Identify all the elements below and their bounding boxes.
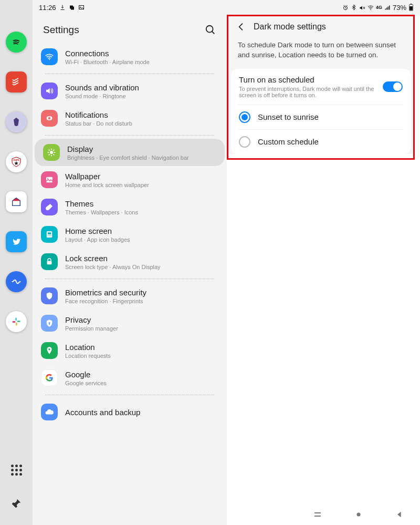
pin-icon[interactable] [10, 498, 22, 509]
settings-item-google[interactable]: Google Google services [33, 364, 227, 392]
annotation-box: Dark mode settings To schedule Dark mode… [227, 15, 415, 160]
lock-icon [41, 253, 58, 270]
spotify-icon [10, 36, 22, 48]
sun-icon [43, 144, 60, 161]
item-sub: Location requests [65, 353, 111, 359]
privacy-icon [41, 315, 58, 332]
settings-item-connections[interactable]: Connections Wi-Fi · Bluetooth · Airplane… [33, 43, 227, 70]
settings-item-accounts[interactable]: Accounts and backup [33, 398, 227, 426]
home-button[interactable] [354, 510, 363, 519]
item-title: Lock screen [65, 254, 161, 263]
item-title: Location [65, 343, 111, 352]
battery-icon [408, 4, 414, 11]
divider [45, 395, 214, 395]
battery-pct: 73% [393, 4, 406, 12]
settings-item-lockscreen[interactable]: Lock screen Screen lock type · Always On… [33, 248, 227, 275]
wave-icon [11, 276, 22, 287]
shield-star-icon: ESPN [10, 156, 23, 168]
detail-note: To schedule Dark mode to turn on between… [228, 37, 413, 69]
item-title: Notifications [65, 110, 132, 119]
edge-app-twitter[interactable] [6, 231, 27, 252]
search-icon[interactable] [205, 24, 216, 36]
svg-rect-7 [71, 7, 74, 10]
item-sub: Permission manager [65, 325, 118, 332]
sound-icon [41, 83, 58, 99]
alarm-icon [342, 4, 349, 11]
svg-point-26 [50, 235, 51, 236]
option-sunset[interactable]: Sunset to sunrise [230, 105, 411, 129]
scheduled-toggle[interactable] [383, 81, 403, 92]
edge-app-rewind[interactable] [6, 271, 27, 292]
apps-grid-icon[interactable] [9, 463, 23, 477]
option-custom[interactable]: Custom schedule [230, 130, 411, 154]
detail-title: Dark mode settings [254, 22, 326, 32]
item-sub: Screen lock type · Always On Display [65, 264, 161, 270]
settings-item-biometrics[interactable]: Biometrics and security Face recognition… [33, 282, 227, 310]
home-icon [41, 226, 58, 243]
settings-item-location[interactable]: Location Location requests [33, 337, 227, 364]
wifi-icon [41, 48, 58, 65]
item-title: Home screen [65, 227, 130, 235]
twitter-icon [12, 237, 21, 246]
scheduled-sub: To prevent interruptions, Dark mode will… [239, 86, 375, 98]
radio-unselected-icon[interactable] [239, 136, 250, 148]
edge-app-home[interactable] [6, 191, 27, 212]
item-sub: Sound mode · Ringtone [65, 93, 139, 99]
download-icon [59, 4, 66, 11]
divider [45, 279, 214, 279]
back-icon[interactable] [236, 22, 246, 32]
divider [45, 135, 214, 136]
item-title: Privacy [65, 315, 118, 324]
svg-point-11 [370, 9, 371, 11]
option-label: Sunset to sunrise [258, 112, 319, 121]
item-title: Biometrics and security [65, 288, 146, 297]
house-icon [10, 196, 22, 208]
settings-item-notifications[interactable]: Notifications Status bar · Do not distur… [33, 105, 227, 132]
cloud-icon [41, 404, 58, 420]
status-time: 11:26 [39, 4, 56, 12]
edge-app-espn[interactable]: ESPN [6, 151, 27, 172]
back-button[interactable] [395, 510, 404, 519]
network-label: 4G [376, 5, 382, 10]
svg-point-31 [357, 513, 361, 517]
edge-app-spotify[interactable] [6, 32, 27, 53]
edge-panel: ESPN [0, 0, 33, 525]
settings-item-display[interactable]: Display Brightness · Eye comfort shield … [35, 139, 225, 166]
radio-selected-icon[interactable] [239, 111, 250, 123]
edge-app-obsidian[interactable] [6, 111, 27, 132]
svg-rect-3 [17, 321, 20, 322]
svg-point-24 [48, 235, 49, 236]
pin-icon [41, 342, 58, 359]
svg-rect-13 [411, 4, 412, 4]
google-icon [41, 369, 58, 386]
recents-button[interactable] [313, 510, 322, 519]
edge-app-todoist[interactable] [6, 71, 27, 92]
slack-icon [11, 316, 22, 327]
svg-text:ESPN: ESPN [14, 159, 19, 161]
settings-item-wallpaper[interactable]: Wallpaper Home and lock screen wallpaper [33, 166, 227, 193]
scheduled-title: Turn on as scheduled [239, 75, 375, 84]
settings-pane: Settings Connections Wi-Fi · Bluetooth ·… [33, 15, 227, 525]
svg-rect-5 [13, 321, 16, 323]
scheduled-row[interactable]: Turn on as scheduled To prevent interrup… [230, 69, 411, 105]
settings-item-sounds[interactable]: Sounds and vibration Sound mode · Ringto… [33, 77, 227, 105]
detail-pane: Dark mode settings To schedule Dark mode… [227, 15, 420, 525]
item-title: Sounds and vibration [65, 83, 139, 92]
svg-rect-2 [15, 318, 17, 321]
image-icon [41, 171, 58, 188]
navigation-bar [227, 504, 420, 525]
svg-point-15 [206, 26, 213, 33]
mute-icon [359, 4, 365, 11]
item-title: Themes [65, 199, 138, 208]
settings-item-privacy[interactable]: Privacy Permission manager [33, 310, 227, 337]
svg-point-21 [47, 178, 48, 179]
gem-icon [11, 117, 22, 127]
settings-item-homescreen[interactable]: Home screen Layout · App icon badges [33, 221, 227, 248]
item-title: Connections [65, 49, 150, 58]
item-sub: Home and lock screen wallpaper [65, 182, 149, 188]
bluetooth-icon [351, 4, 357, 11]
svg-rect-14 [410, 6, 413, 11]
settings-item-themes[interactable]: Themes Themes · Wallpapers · Icons [33, 193, 227, 221]
status-bar: 11:26 4G 73% [33, 0, 420, 15]
edge-app-slack[interactable] [6, 311, 27, 332]
